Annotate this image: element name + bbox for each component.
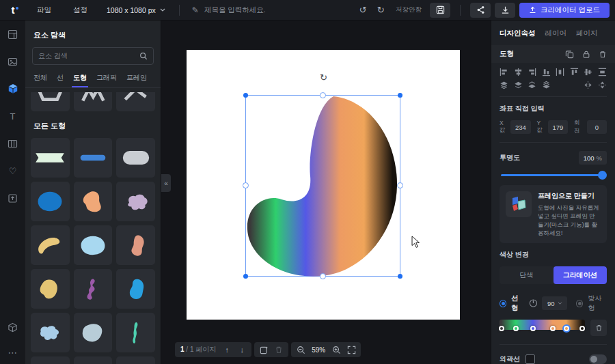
gradient-bean-shape[interactable]: [246, 96, 401, 277]
send-to-back-icon[interactable]: [542, 81, 551, 89]
duplicate-icon[interactable]: [565, 50, 574, 59]
canvas-size-dropdown[interactable]: 1080 x 1080 px: [98, 6, 174, 14]
tab-all[interactable]: 전체: [33, 73, 47, 87]
shape-card-banana[interactable]: [31, 225, 70, 265]
opacity-value-box[interactable]: 100%: [579, 151, 607, 165]
save-button[interactable]: [430, 3, 450, 18]
tab-gradient[interactable]: 그라데이션: [554, 266, 607, 284]
bring-to-front-icon[interactable]: [500, 81, 508, 89]
shape-card-capsule[interactable]: [116, 138, 155, 178]
add-page-icon[interactable]: [257, 342, 271, 357]
search-input[interactable]: 요소 검색: [32, 47, 154, 65]
shape-card-cloud-pale[interactable]: [31, 356, 70, 364]
resize-handle-w[interactable]: [243, 182, 249, 188]
shape-card-bean-salmon[interactable]: [116, 225, 155, 265]
y-input[interactable]: 179: [548, 120, 568, 134]
fit-screen-icon[interactable]: [344, 342, 358, 357]
image-icon[interactable]: [0, 48, 25, 75]
outline-toggle[interactable]: [589, 354, 607, 364]
tab-shape[interactable]: 도형: [73, 73, 87, 87]
shape-card-blob-blue[interactable]: [31, 182, 70, 221]
title-input[interactable]: 제목을 입력하세요.: [204, 5, 266, 15]
resize-handle-n[interactable]: [320, 92, 326, 98]
more-icon[interactable]: ⋯: [0, 341, 25, 364]
opacity-slider[interactable]: [501, 170, 605, 180]
linear-radio[interactable]: [500, 300, 506, 307]
align-left-icon[interactable]: [500, 68, 508, 76]
resize-handle-sw[interactable]: [243, 274, 248, 279]
tab-pages[interactable]: 페이지: [576, 29, 598, 38]
shape-card-cloud-sky[interactable]: [116, 356, 155, 364]
shape-card-outline-cup[interactable]: [31, 92, 70, 111]
download-button[interactable]: [495, 3, 515, 18]
gradient-stop-1[interactable]: [513, 326, 519, 331]
frame-upload-icon[interactable]: [0, 184, 25, 212]
redo-icon[interactable]: ↻: [374, 5, 387, 15]
tab-layers[interactable]: 레이어: [545, 29, 567, 38]
flip-vertical-icon[interactable]: [598, 81, 607, 89]
rotate-handle-icon[interactable]: ↻: [320, 72, 327, 83]
elements-icon[interactable]: [0, 75, 25, 102]
gradient-stop-4[interactable]: [564, 326, 569, 331]
frame-tip-card[interactable]: 프레임으로 만들기 도형에 사진을 자유롭게 넣고 싶다면 프레임 만들기(마스…: [500, 185, 607, 243]
radial-radio[interactable]: [576, 300, 583, 307]
text-tool-icon[interactable]: T: [0, 102, 25, 130]
bring-forward-icon[interactable]: [514, 81, 523, 89]
shape-card-circle-blob[interactable]: [74, 225, 113, 265]
page-up-icon[interactable]: ↑: [220, 342, 234, 357]
delete-gradient-stop-button[interactable]: [590, 320, 607, 336]
resize-handle-e[interactable]: [397, 182, 403, 188]
menu-file[interactable]: 파일: [26, 5, 62, 15]
shape-card-splat-purple[interactable]: [116, 182, 155, 221]
zoom-level[interactable]: 59%: [309, 346, 328, 354]
tab-line[interactable]: 선: [57, 73, 64, 87]
distribute-horizontal-icon[interactable]: [556, 68, 564, 76]
flip-horizontal-icon[interactable]: [584, 81, 592, 89]
undo-icon[interactable]: ↺: [356, 5, 370, 15]
shape-card-bean-orange[interactable]: [74, 182, 113, 221]
align-right-icon[interactable]: [528, 68, 536, 76]
selection-box[interactable]: [245, 95, 400, 277]
lock-icon[interactable]: [582, 50, 590, 59]
tab-graphic[interactable]: 그래픽: [96, 73, 117, 87]
tab-solid-color[interactable]: 단색: [500, 266, 554, 284]
gradient-bar[interactable]: [500, 320, 585, 330]
shape-card-blob-gray[interactable]: [74, 313, 113, 352]
zoom-in-icon[interactable]: [329, 342, 343, 357]
share-button[interactable]: [470, 3, 491, 18]
gradient-stop-3[interactable]: [550, 326, 556, 331]
shape-card-splat-blue[interactable]: [31, 313, 70, 352]
shape-card-outline-check[interactable]: [116, 92, 155, 111]
trash-icon[interactable]: [599, 50, 607, 59]
app-logo[interactable]: t: [0, 4, 26, 16]
gradient-stop-5[interactable]: [579, 326, 585, 331]
shape-card-squiggle-purple[interactable]: [74, 269, 113, 309]
page-down-icon[interactable]: ↓: [235, 342, 249, 357]
shape-card-blob-tan[interactable]: [31, 269, 70, 309]
tab-design-properties[interactable]: 디자인속성: [500, 29, 536, 38]
rotation-input[interactable]: 0: [587, 120, 607, 134]
shape-card-ribbon[interactable]: [31, 138, 70, 178]
shape-card-outline-zigzag[interactable]: [74, 92, 113, 111]
gradient-stop-0[interactable]: [499, 326, 504, 331]
resize-handle-nw[interactable]: [243, 93, 248, 98]
x-input[interactable]: 234: [510, 120, 530, 134]
resize-handle-s[interactable]: [320, 273, 326, 279]
menu-settings[interactable]: 설정: [62, 5, 98, 15]
angle-input[interactable]: 90: [542, 296, 567, 310]
align-center-horizontal-icon[interactable]: [514, 68, 523, 76]
opacity-slider-knob[interactable]: [598, 171, 607, 180]
shape-card-cloud-blue[interactable]: [74, 356, 113, 364]
delete-page-icon[interactable]: [272, 342, 286, 357]
shape-card-wisp-teal[interactable]: [116, 313, 155, 352]
zoom-out-icon[interactable]: [294, 342, 308, 357]
collapse-panel-button[interactable]: «: [161, 174, 171, 192]
align-top-icon[interactable]: [570, 68, 579, 76]
resize-handle-se[interactable]: [398, 274, 402, 279]
gradient-stop-2[interactable]: [530, 326, 536, 331]
align-center-vertical-icon[interactable]: [584, 68, 592, 76]
package-icon[interactable]: [0, 313, 25, 341]
tab-frame[interactable]: 프레임: [126, 73, 147, 87]
distribute-vertical-icon[interactable]: [598, 68, 607, 76]
send-backward-icon[interactable]: [528, 81, 536, 89]
